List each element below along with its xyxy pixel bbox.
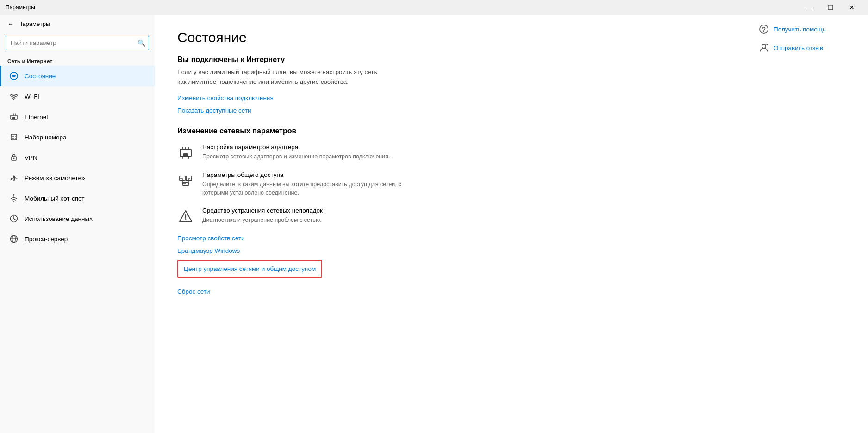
app-title: Параметры	[6, 4, 35, 11]
vpn-icon	[9, 152, 19, 163]
maximize-button[interactable]: ❐	[820, 0, 841, 15]
svg-point-27	[762, 44, 766, 48]
svg-point-7	[15, 136, 16, 137]
sidebar-app-title: Параметры	[18, 20, 50, 27]
page-title: Состояние	[177, 30, 725, 45]
get-help-label: Получить помощь	[774, 26, 826, 33]
show-networks-link[interactable]: Показать доступные сети	[177, 107, 725, 114]
adapter-text: Настройка параметров адаптера Просмотр с…	[202, 144, 390, 161]
sharing-desc: Определите, к каким данным вы хотите пре…	[202, 180, 401, 197]
connection-title: Вы подключены к Интернету	[177, 56, 725, 64]
sidebar-item-datausage[interactable]: Использование данных	[0, 208, 155, 229]
sidebar-item-label-proxy: Прокси-сервер	[25, 236, 68, 243]
sidebar-item-status[interactable]: Состояние	[0, 66, 155, 86]
links-section: Просмотр свойств сети Брандмауэр Windows…	[177, 235, 725, 295]
view-network-props-link[interactable]: Просмотр свойств сети	[177, 235, 725, 242]
adapter-title: Настройка параметров адаптера	[202, 144, 390, 151]
help-icon	[759, 24, 769, 34]
svg-point-24	[185, 219, 187, 220]
sidebar-item-label-status: Состояние	[25, 73, 56, 80]
main-content: Состояние Вы подключены к Интернету Если…	[155, 15, 748, 433]
sidebar-item-vpn[interactable]: VPN	[0, 147, 155, 168]
change-connection-link[interactable]: Изменить свойства подключения	[177, 94, 725, 101]
sidebar-item-proxy[interactable]: Прокси-сервер	[0, 229, 155, 249]
connection-desc: Если у вас лимитный тарифный план, вы мо…	[177, 68, 386, 87]
svg-rect-3	[12, 117, 15, 119]
svg-point-13	[13, 201, 15, 202]
datausage-icon	[9, 213, 19, 224]
troubleshoot-desc: Диагностика и устранение проблем с сетью…	[202, 216, 323, 224]
sidebar-item-label-wifi: Wi-Fi	[25, 93, 39, 100]
network-center-link[interactable]: Центр управления сетями и общим доступом	[177, 260, 322, 278]
ethernet-icon	[9, 112, 19, 122]
wifi-icon	[9, 91, 19, 101]
connection-status-block: Вы подключены к Интернету Если у вас лим…	[177, 56, 725, 114]
airplane-icon	[9, 173, 19, 183]
svg-point-9	[13, 138, 14, 139]
troubleshoot-icon	[177, 208, 194, 225]
change-section-title: Изменение сетевых параметров	[177, 127, 725, 135]
svg-point-5	[12, 136, 13, 137]
title-bar-controls: — ❐ ✕	[799, 0, 862, 15]
right-panel: Получить помощь Отправить отзыв	[748, 15, 868, 433]
svg-point-8	[12, 138, 13, 139]
sidebar-item-dialup[interactable]: Набор номера	[0, 127, 155, 147]
search-input[interactable]	[6, 36, 149, 50]
back-button[interactable]: ← Параметры	[0, 15, 155, 33]
minimize-button[interactable]: —	[799, 0, 820, 15]
sidebar-item-label-hotspot: Мобильный хот-спот	[25, 195, 84, 202]
sidebar: ← Параметры 🔍 Сеть и Интернет Состояние	[0, 15, 155, 433]
svg-point-12	[13, 158, 15, 159]
sharing-text: Параметры общего доступа Определите, к к…	[202, 171, 401, 197]
proxy-icon	[9, 234, 19, 244]
status-icon	[9, 71, 19, 81]
svg-point-10	[15, 138, 16, 139]
svg-rect-19	[183, 153, 188, 156]
sharing-title: Параметры общего доступа	[202, 171, 401, 178]
send-feedback-link[interactable]: Отправить отзыв	[759, 43, 857, 53]
sidebar-item-label-datausage: Использование данных	[25, 215, 93, 222]
windows-firewall-link[interactable]: Брандмауэр Windows	[177, 247, 725, 254]
svg-point-6	[13, 136, 14, 137]
reset-network-link[interactable]: Сброс сети	[177, 288, 725, 295]
back-arrow-icon: ←	[7, 20, 13, 27]
title-bar: Параметры — ❐ ✕	[0, 0, 868, 15]
sidebar-item-hotspot[interactable]: Мобильный хот-спот	[0, 188, 155, 208]
sidebar-item-label-airplane: Режим «в самолете»	[25, 175, 85, 182]
hotspot-icon	[9, 193, 19, 203]
troubleshoot-title: Средство устранения сетевых неполадок	[202, 207, 323, 214]
svg-point-14	[13, 194, 14, 195]
svg-point-26	[763, 31, 764, 32]
get-help-link[interactable]: Получить помощь	[759, 24, 857, 34]
troubleshoot-settings-item[interactable]: Средство устранения сетевых неполадок Ди…	[177, 207, 725, 225]
sidebar-item-airplane[interactable]: Режим «в самолете»	[0, 168, 155, 188]
adapter-desc: Просмотр сетевых адаптеров и изменение п…	[202, 152, 390, 161]
sharing-icon	[177, 172, 194, 189]
sidebar-item-label-ethernet: Ethernet	[25, 113, 48, 120]
svg-point-1	[13, 99, 14, 100]
sidebar-item-label-vpn: VPN	[25, 154, 37, 161]
sidebar-item-wifi[interactable]: Wi-Fi	[0, 86, 155, 107]
title-bar-left: Параметры	[6, 4, 35, 11]
adapter-settings-item[interactable]: Настройка параметров адаптера Просмотр с…	[177, 144, 725, 161]
sidebar-section-label: Сеть и Интернет	[0, 55, 155, 66]
close-button[interactable]: ✕	[841, 0, 862, 15]
sidebar-item-label-dialup: Набор номера	[25, 134, 67, 141]
troubleshoot-text: Средство устранения сетевых неполадок Ди…	[202, 207, 323, 224]
main-window: ← Параметры 🔍 Сеть и Интернет Состояние	[0, 15, 868, 433]
adapter-icon	[177, 144, 194, 161]
dialup-icon	[9, 132, 19, 142]
feedback-icon	[759, 43, 769, 53]
search-box: 🔍	[6, 36, 149, 50]
sidebar-item-ethernet[interactable]: Ethernet	[0, 107, 155, 127]
send-feedback-label: Отправить отзыв	[774, 44, 823, 51]
sharing-settings-item[interactable]: Параметры общего доступа Определите, к к…	[177, 171, 725, 197]
